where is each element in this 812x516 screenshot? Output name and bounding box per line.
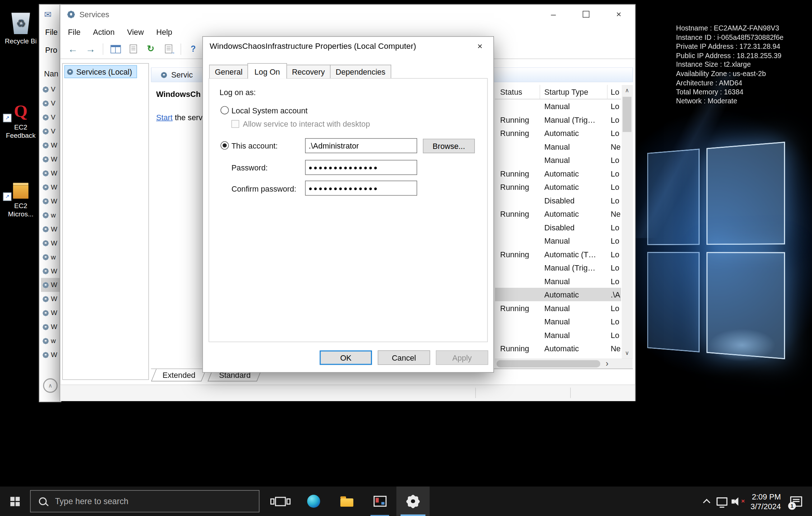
network-tray-button[interactable] <box>714 487 730 516</box>
scroll-up-button[interactable]: ∧ <box>622 85 633 96</box>
back-service-row[interactable]: V <box>41 82 60 96</box>
back-service-row[interactable]: W <box>41 320 60 334</box>
back-service-row[interactable]: w <box>41 208 60 222</box>
back-service-row[interactable]: W <box>41 194 60 208</box>
edge-taskbar-button[interactable] <box>297 487 330 516</box>
back-service-row[interactable]: w <box>41 250 60 264</box>
tab-recovery[interactable]: Recovery <box>286 65 330 78</box>
checkbox-interact-with-desktop[interactable] <box>232 120 239 128</box>
back-button[interactable]: ← <box>65 42 80 56</box>
back-service-row[interactable]: W <box>41 264 60 278</box>
column-header-startup-type[interactable]: Startup Type <box>540 85 608 99</box>
maximize-button[interactable] <box>570 5 602 24</box>
tab-log-on[interactable]: Log On <box>248 63 287 79</box>
vertical-scrollbar[interactable]: ∧ ∨ <box>622 85 633 359</box>
service-row[interactable]: Running Automatic Ne <box>495 207 621 221</box>
service-row[interactable]: Running Automatic Ne <box>495 342 621 355</box>
back-service-row[interactable]: W <box>41 292 60 306</box>
search-input[interactable] <box>54 496 222 506</box>
back-service-row[interactable]: W <box>41 138 60 152</box>
service-row[interactable]: Manual Lo <box>495 315 621 328</box>
account-input[interactable] <box>305 138 417 153</box>
service-row[interactable]: Manual Lo <box>495 274 621 288</box>
help-button[interactable]: ? <box>186 42 201 56</box>
service-row[interactable]: Running Automatic (T… Lo <box>495 247 621 261</box>
back-service-row[interactable]: W <box>41 236 60 250</box>
minimize-button[interactable]: – <box>537 5 570 24</box>
menu-view[interactable]: View <box>121 25 150 38</box>
service-row[interactable]: Manual Lo <box>495 99 621 113</box>
show-console-tree-button[interactable] <box>108 42 123 56</box>
back-service-row[interactable]: W <box>41 180 60 194</box>
export-list-button[interactable]: → <box>161 42 176 56</box>
browse-button[interactable]: Browse... <box>423 139 475 153</box>
taskbar-search[interactable] <box>30 490 260 512</box>
service-row[interactable]: Running Automatic Lo <box>495 180 621 194</box>
desktop-icon-ec2-microsoft[interactable]: ↗ EC2 Micros... <box>2 170 39 219</box>
tab-general[interactable]: General <box>209 65 248 78</box>
back-service-row[interactable]: W <box>41 222 60 236</box>
radio-this-account[interactable] <box>220 141 229 150</box>
back-service-row[interactable]: W <box>41 278 60 292</box>
desktop-icon-recycle-bin[interactable]: ♻ Recycle Bi <box>2 5 39 46</box>
tab-dependencies[interactable]: Dependencies <box>330 65 391 78</box>
service-row[interactable]: Running Automatic Lo <box>495 166 621 180</box>
cancel-button[interactable]: Cancel <box>378 350 430 365</box>
horizontal-scroll-thumb[interactable] <box>496 360 600 367</box>
file-explorer-taskbar-button[interactable] <box>330 487 363 516</box>
service-row[interactable]: Running Manual Lo <box>495 301 621 315</box>
tray-expand-button[interactable] <box>699 487 714 516</box>
menu-file[interactable]: File <box>62 25 87 38</box>
menu-action[interactable]: Action <box>87 25 121 38</box>
back-service-row[interactable]: V <box>41 96 60 110</box>
service-row[interactable]: Manual (Trig… Lo <box>495 261 621 275</box>
back-service-row[interactable]: W <box>41 306 60 320</box>
horizontal-scrollbar[interactable]: › <box>495 359 633 369</box>
column-header-status[interactable]: Status <box>495 85 540 99</box>
properties-button[interactable] <box>126 42 141 56</box>
confirm-password-input[interactable] <box>305 180 417 196</box>
password-input[interactable] <box>305 160 417 175</box>
back-service-row[interactable]: W <box>41 152 60 166</box>
taskbar-clock[interactable]: 2:09 PM 3/7/2024 <box>745 487 786 516</box>
radio-local-system-account[interactable] <box>220 106 229 114</box>
background-console-window[interactable]: ✉ File Pro Nan V V V <box>39 4 61 402</box>
back-service-row[interactable]: W <box>41 348 60 362</box>
back-service-row[interactable]: V <box>41 110 60 124</box>
menu-help[interactable]: Help <box>150 25 178 38</box>
service-row[interactable]: Manual Lo <box>495 234 621 248</box>
back-service-row[interactable]: w <box>41 334 60 348</box>
service-row[interactable]: Manual Lo <box>495 153 621 167</box>
service-row[interactable]: Running Automatic Lo <box>495 126 621 140</box>
dialog-close-button[interactable]: × <box>471 39 489 53</box>
start-service-link[interactable]: Start <box>156 113 173 122</box>
back-service-row[interactable]: W <box>41 166 60 180</box>
service-row[interactable]: Manual Lo <box>495 328 621 342</box>
service-row[interactable]: Disabled Lo <box>495 193 621 207</box>
back-service-row[interactable]: V <box>41 124 60 138</box>
mmc-taskbar-button[interactable] <box>363 487 397 516</box>
scroll-down-button[interactable]: ∨ <box>622 348 633 358</box>
collapse-button[interactable]: ∧ <box>43 378 57 393</box>
view-tab-extended[interactable]: Extended <box>151 369 207 381</box>
desktop-icon-ec2-feedback[interactable]: Q ↗ EC2 Feedback <box>2 91 39 140</box>
services-taskbar-button[interactable] <box>396 487 430 516</box>
vertical-scroll-thumb[interactable] <box>622 97 631 132</box>
refresh-button[interactable]: ↻ <box>143 42 158 56</box>
service-row[interactable]: Running Manual (Trig… Lo <box>495 113 621 126</box>
apply-button[interactable]: Apply <box>436 350 488 365</box>
forward-button[interactable]: → <box>83 42 98 56</box>
close-button[interactable]: × <box>602 5 635 24</box>
column-header-log-on-as[interactable]: Lo <box>608 85 621 99</box>
start-button[interactable] <box>0 487 30 516</box>
service-row[interactable]: Disabled Lo <box>495 220 621 234</box>
task-view-button[interactable] <box>263 487 297 516</box>
service-row[interactable]: Automatic .\A <box>495 288 621 301</box>
service-row[interactable]: Manual Ne <box>495 140 621 153</box>
volume-tray-button[interactable]: × <box>730 487 745 516</box>
action-center-button[interactable]: 1 <box>786 487 806 516</box>
back-file-menu[interactable]: File <box>45 27 58 36</box>
ok-button[interactable]: OK <box>319 350 372 365</box>
tree-item-services-local[interactable]: Services (Local) <box>64 65 137 78</box>
back-name-column-header[interactable]: Nan <box>44 69 59 78</box>
